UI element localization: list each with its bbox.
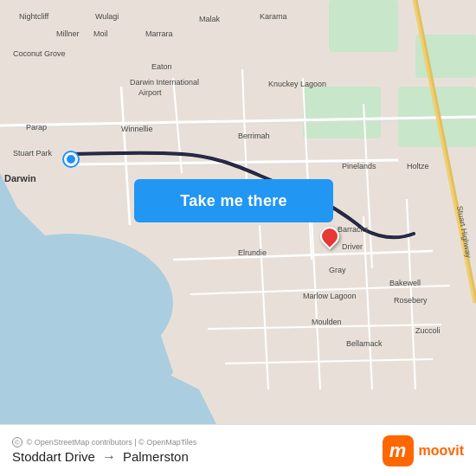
svg-rect-6	[329, 0, 398, 52]
arrow-icon: →	[102, 449, 116, 465]
route-from: Stoddart Drive	[12, 449, 95, 464]
svg-text:Parap: Parap	[26, 123, 47, 132]
current-location-marker	[64, 152, 78, 166]
map-container: Nightcliff Wulagi Millner Moil Marrara M…	[0, 0, 476, 424]
copyright-icon: ©	[12, 437, 23, 447]
svg-text:Millner: Millner	[56, 29, 80, 38]
svg-text:Marrara: Marrara	[145, 29, 173, 38]
svg-text:Coconut Grove: Coconut Grove	[13, 49, 66, 58]
route-to: Palmerston	[123, 449, 189, 464]
svg-text:Knuckey Lagoon: Knuckey Lagoon	[268, 80, 326, 88]
svg-text:Airport: Airport	[138, 88, 162, 97]
svg-text:Barracks: Barracks	[338, 225, 369, 234]
svg-text:Winnellie: Winnellie	[121, 125, 153, 133]
moovit-icon: m	[383, 435, 414, 466]
svg-rect-8	[303, 87, 381, 138]
svg-text:Karama: Karama	[260, 12, 287, 21]
take-me-there-button[interactable]: Take me there	[134, 179, 333, 222]
footer-left: © © OpenStreetMap contributors | © OpenM…	[12, 437, 196, 465]
svg-text:Moulden: Moulden	[312, 318, 342, 326]
svg-text:Nightcliff: Nightcliff	[19, 12, 49, 21]
svg-text:Stuart Park: Stuart Park	[13, 149, 53, 158]
svg-text:Zuccoli: Zuccoli	[415, 326, 441, 335]
svg-text:Holtze: Holtze	[407, 162, 429, 170]
svg-text:Gray: Gray	[329, 266, 346, 274]
map-attribution: © © OpenStreetMap contributors | © OpenM…	[12, 437, 196, 447]
moovit-logo: m moovit	[383, 435, 464, 466]
svg-text:Bellamack: Bellamack	[346, 339, 383, 348]
moovit-label: moovit	[419, 443, 464, 459]
svg-text:Eaton: Eaton	[151, 62, 172, 71]
svg-text:Bakewell: Bakewell	[389, 279, 421, 287]
svg-text:Moil: Moil	[93, 29, 108, 38]
destination-marker	[320, 227, 339, 253]
svg-text:Wulagi: Wulagi	[95, 12, 119, 21]
svg-text:Malak: Malak	[199, 15, 221, 23]
svg-text:Darwin: Darwin	[4, 173, 36, 183]
svg-text:Berrimah: Berrimah	[238, 132, 270, 140]
svg-text:Marlow Lagoon: Marlow Lagoon	[303, 292, 357, 300]
svg-text:Darwin International: Darwin International	[130, 78, 199, 87]
svg-text:Driver: Driver	[342, 242, 363, 251]
route-info: Stoddart Drive → Palmerston	[12, 449, 196, 465]
footer: © © OpenStreetMap contributors | © OpenM…	[0, 424, 476, 476]
svg-text:Pinelands: Pinelands	[342, 162, 376, 170]
svg-text:Rosebery: Rosebery	[394, 296, 428, 305]
svg-text:Elrundie: Elrundie	[238, 248, 267, 257]
